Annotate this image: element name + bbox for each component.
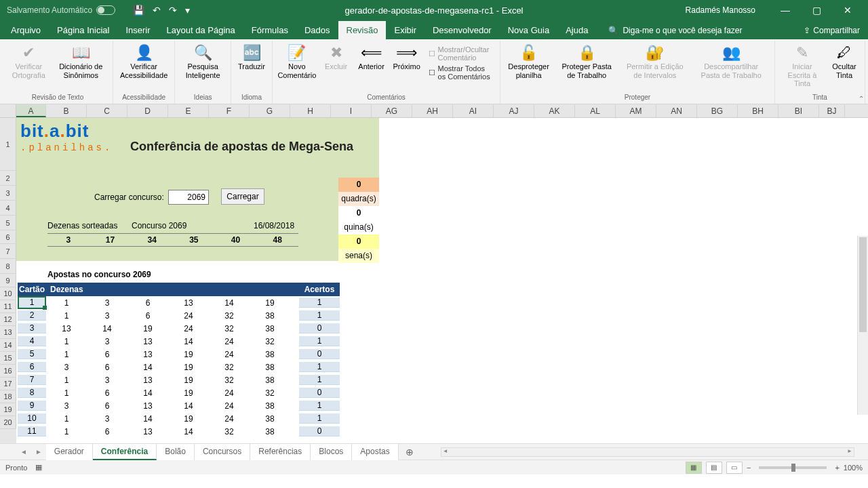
toggle-switch-icon[interactable] [96,5,115,15]
hide-ink-button[interactable]: 🖊Ocultar Tinta [828,42,861,81]
row-header-3[interactable]: 3 [0,186,16,201]
column-header-A[interactable]: A [16,104,46,117]
column-header-C[interactable]: C [87,104,127,117]
table-row[interactable]: 413131424321 [18,335,340,348]
column-header-B[interactable]: B [46,104,87,117]
ribbon-tab-ajuda[interactable]: Ajuda [557,21,596,39]
sheet-tab-concursos[interactable]: Concursos [195,444,250,460]
sheet-nav-prev-icon[interactable]: ◄ [16,448,31,455]
column-header-AJ[interactable]: AJ [494,104,534,117]
column-header-H[interactable]: H [290,104,331,117]
row-header-6[interactable]: 6 [0,230,16,244]
concurso-input[interactable] [168,190,209,205]
column-header-BJ[interactable]: BJ [819,104,845,117]
collapse-ribbon-icon[interactable]: ⌃ [859,95,864,102]
row-header-14[interactable]: 14 [0,339,16,352]
sheet-tab-gerador[interactable]: Gerador [46,444,93,460]
row-header-1[interactable]: 1 [0,118,16,171]
minimize-button[interactable]: — [770,0,800,20]
protect-workbook-button[interactable]: 🔒Proteger Pasta de Trabalho [555,42,618,81]
undo-icon[interactable]: ↶ [153,5,161,16]
zoom-level[interactable]: 100% [844,464,863,472]
column-header-F[interactable]: F [209,104,250,117]
qat-more-icon[interactable]: ▾ [185,5,190,16]
table-row[interactable]: 636141932381 [18,361,340,373]
table-row[interactable]: 713131932381 [18,373,340,386]
table-row[interactable]: 11361314191 [18,296,340,309]
column-header-AG[interactable]: AG [372,104,412,117]
column-header-I[interactable]: I [331,104,372,117]
page-layout-view-button[interactable]: ▤ [706,462,722,474]
ribbon-tab-layout-da-página[interactable]: Layout da Página [159,21,243,39]
show-all-comments[interactable]: ☐ Mostrar Todos os Comentários [426,64,496,81]
zoom-in-button[interactable]: + [835,464,839,472]
row-header-8[interactable]: 8 [0,259,16,274]
tell-me-search[interactable]: 🔍 Diga-me o que você deseja fazer [604,22,746,39]
sheet-tab-apostas[interactable]: Apostas [352,444,398,460]
column-header-D[interactable]: D [127,104,168,117]
delete-comment-button[interactable]: ✖Excluir [320,42,353,73]
save-icon[interactable]: 💾 [133,5,144,16]
ribbon-tab-nova-guia[interactable]: Nova Guia [500,21,557,39]
zoom-slider[interactable] [759,466,827,469]
translate-button[interactable]: 🔤Traduzir [235,42,268,73]
column-header-BI[interactable]: BI [778,104,819,117]
row-header-9[interactable]: 9 [0,274,16,287]
maximize-button[interactable]: ▢ [802,0,831,20]
page-break-view-button[interactable]: ▭ [726,462,743,474]
redo-icon[interactable]: ↷ [169,5,177,16]
select-all-corner[interactable] [0,104,16,117]
sheet-nav-next-icon[interactable]: ► [31,448,46,455]
smart-lookup-button[interactable]: 🔍Pesquisa Inteligente [179,42,226,81]
row-header-17[interactable]: 17 [0,378,16,390]
column-header-AL[interactable]: AL [575,104,616,117]
ribbon-tab-arquivo[interactable]: Arquivo [3,21,49,39]
sheet-tab-conferência[interactable]: Conferência [93,444,157,460]
row-header-20[interactable]: 20 [0,416,16,429]
column-header-AN[interactable]: AN [656,104,697,117]
zoom-out-button[interactable]: − [747,464,751,472]
autosave-toggle[interactable]: Salvamento Automático [0,5,122,15]
column-header-AM[interactable]: AM [616,104,656,117]
unshare-workbook-button[interactable]: 👥Descompartilhar Pasta de Trabalho [692,42,770,81]
prev-comment-button[interactable]: ⟸Anterior [355,42,388,73]
user-name[interactable]: Radamés Manosso [686,5,755,15]
sheet-tab-blocos[interactable]: Blocos [311,444,352,460]
row-header-10[interactable]: 10 [0,287,16,300]
row-header-13[interactable]: 13 [0,326,16,339]
unprotect-sheet-button[interactable]: 🔓Desproteger planilha [505,42,553,81]
sheet-canvas[interactable]: bit.a.bit .planilhas. Conferência de apo… [16,118,868,443]
add-sheet-button[interactable]: ⊕ [399,447,420,458]
column-header-AK[interactable]: AK [534,104,575,117]
column-header-BH[interactable]: BH [738,104,778,117]
show-hide-comment[interactable]: ☐ Mostrar/Ocultar Comentário [426,45,496,62]
sheet-tab-referências[interactable]: Referências [250,444,311,460]
row-header-11[interactable]: 11 [0,300,16,313]
close-button[interactable]: ✕ [833,0,863,20]
column-header-G[interactable]: G [250,104,290,117]
next-comment-button[interactable]: ⟹Próximo [391,42,423,73]
share-button[interactable]: ⇪ Compartilhar [795,22,868,39]
accessibility-button[interactable]: 👤Verificar Acessibilidade [117,42,170,81]
column-header-AH[interactable]: AH [412,104,453,117]
row-header-16[interactable]: 16 [0,365,16,378]
ribbon-tab-revisão[interactable]: Revisão [338,21,387,39]
table-row[interactable]: 31314192432380 [18,322,340,335]
row-header-19[interactable]: 19 [0,403,16,416]
start-inking-button[interactable]: ✎Iniciar Escrita à Tinta [779,42,825,89]
new-comment-button[interactable]: 📝Novo Comentário [277,42,317,81]
row-header-15[interactable]: 15 [0,352,16,365]
table-row[interactable]: 1116131432380 [18,425,340,438]
column-header-E[interactable]: E [168,104,209,117]
table-row[interactable]: 1013141924381 [18,412,340,425]
horizontal-scrollbar[interactable] [441,447,854,457]
table-row[interactable]: 816141924320 [18,386,340,399]
vertical-scrollbar[interactable] [857,236,868,415]
ribbon-tab-página-inicial[interactable]: Página Inicial [49,21,117,39]
row-header-2[interactable]: 2 [0,171,16,186]
sheet-tab-bolão[interactable]: Bolão [157,444,195,460]
ribbon-tab-exibir[interactable]: Exibir [386,21,425,39]
macro-record-icon[interactable]: ▦ [35,463,42,472]
table-row[interactable]: 936131424381 [18,399,340,412]
column-header-AI[interactable]: AI [453,104,494,117]
